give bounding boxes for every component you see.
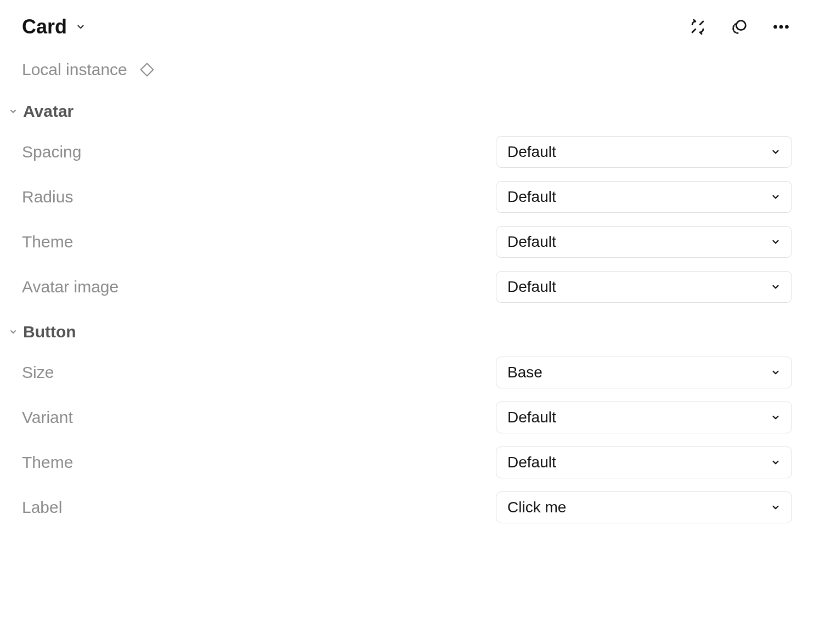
header-actions	[687, 16, 792, 38]
prop-label-button-theme: Theme	[22, 453, 73, 472]
select-value: Default	[507, 278, 556, 296]
select-theme[interactable]: Default	[496, 226, 792, 258]
prop-label-spacing: Spacing	[22, 143, 81, 161]
section-header-button[interactable]: Button	[9, 323, 792, 341]
select-value: Click me	[507, 499, 566, 516]
section-button: Button Size Base Variant Default Theme	[22, 323, 792, 523]
chevron-down-icon	[771, 192, 781, 202]
diamond-icon	[138, 61, 156, 78]
prop-row-size: Size Base	[22, 357, 792, 388]
select-value: Default	[507, 233, 556, 251]
more-options-icon[interactable]	[770, 16, 792, 38]
svg-rect-4	[140, 64, 153, 76]
prop-row-variant: Variant Default	[22, 402, 792, 433]
select-value: Default	[507, 409, 556, 426]
chevron-down-icon	[771, 502, 781, 512]
chevron-down-icon	[771, 147, 781, 157]
prop-row-label: Label Click me	[22, 492, 792, 523]
panel-header: Card	[22, 15, 792, 38]
detach-instance-icon[interactable]	[687, 16, 709, 38]
prop-label-avatar-image: Avatar image	[22, 278, 118, 296]
select-spacing[interactable]: Default	[496, 136, 792, 168]
select-avatar-image[interactable]: Default	[496, 271, 792, 303]
prop-label-variant: Variant	[22, 408, 73, 427]
local-instance-label: Local instance	[22, 60, 127, 79]
prop-row-button-theme: Theme Default	[22, 447, 792, 478]
chevron-down-icon	[771, 282, 781, 292]
chevron-down-icon[interactable]	[76, 22, 86, 32]
instance-swap-icon[interactable]	[728, 16, 750, 38]
select-radius[interactable]: Default	[496, 181, 792, 213]
chevron-down-icon	[9, 327, 18, 336]
component-title: Card	[22, 15, 67, 38]
select-value: Default	[507, 188, 556, 206]
chevron-down-icon	[771, 368, 781, 377]
select-value: Default	[507, 143, 556, 161]
prop-row-avatar-image: Avatar image Default	[22, 271, 792, 303]
prop-label-label: Label	[22, 498, 62, 517]
chevron-down-icon	[771, 457, 781, 467]
select-variant[interactable]: Default	[496, 402, 792, 433]
section-title-avatar: Avatar	[23, 102, 74, 121]
svg-point-1	[773, 25, 777, 29]
local-instance-row: Local instance	[22, 60, 792, 79]
select-label[interactable]: Click me	[496, 492, 792, 523]
chevron-down-icon	[9, 107, 18, 116]
svg-point-3	[785, 25, 789, 29]
section-avatar: Avatar Spacing Default Radius Default Th…	[22, 102, 792, 303]
select-value: Default	[507, 454, 556, 471]
svg-point-0	[736, 21, 745, 30]
prop-label-radius: Radius	[22, 188, 73, 206]
chevron-down-icon	[771, 237, 781, 247]
select-button-theme[interactable]: Default	[496, 447, 792, 478]
section-title-button: Button	[23, 323, 76, 341]
select-value: Base	[507, 364, 542, 381]
chevron-down-icon	[771, 413, 781, 422]
prop-row-radius: Radius Default	[22, 181, 792, 213]
header-left: Card	[22, 15, 86, 38]
prop-label-theme: Theme	[22, 233, 73, 251]
select-size[interactable]: Base	[496, 357, 792, 388]
prop-row-spacing: Spacing Default	[22, 136, 792, 168]
prop-label-size: Size	[22, 363, 54, 382]
prop-row-theme: Theme Default	[22, 226, 792, 258]
section-header-avatar[interactable]: Avatar	[9, 102, 792, 121]
svg-point-2	[779, 25, 783, 29]
